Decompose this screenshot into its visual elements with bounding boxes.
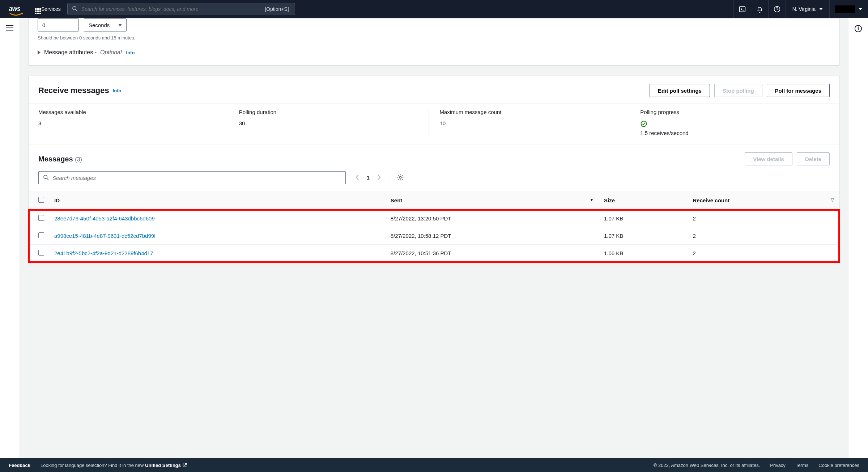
svg-point-10: [400, 176, 401, 178]
check-success-icon: [640, 120, 822, 128]
account-name-redacted: [835, 5, 855, 13]
footer-lang-text: Looking for language selection? Find it …: [41, 463, 144, 468]
table-row: a998ce15-481b-4e87-9631-dc52cd7bd99f8/27…: [29, 227, 839, 245]
pager-current: 1: [367, 175, 370, 181]
receive-messages-panel: Receive messages Info Edit poll settings…: [29, 76, 839, 262]
stat-label: Maximum message count: [440, 109, 622, 115]
col-size[interactable]: Size: [599, 191, 688, 210]
stat-value: 30: [239, 120, 421, 126]
receive-buttons: Edit poll settings Stop polling Poll for…: [650, 84, 830, 97]
receive-stats: Messages available 3 Polling duration 30…: [29, 104, 839, 144]
stop-polling-button: Stop polling: [714, 84, 762, 97]
footer: Feedback Looking for language selection?…: [0, 458, 868, 472]
delay-hint: Should be between 0 seconds and 15 minut…: [38, 35, 830, 41]
content-area: 0 Seconds Should be between 0 seconds an…: [20, 18, 848, 458]
expander-info-link[interactable]: Info: [126, 50, 135, 55]
feedback-link[interactable]: Feedback: [9, 463, 30, 468]
sort-desc-icon: ▼: [590, 197, 594, 202]
message-sent: 8/27/2022, 10:58:12 PDT: [386, 227, 599, 245]
svg-line-9: [47, 178, 48, 180]
stat-value: 1.5 receives/second: [640, 130, 822, 136]
stat-label: Polling progress: [640, 109, 822, 115]
delete-button: Delete: [797, 152, 830, 165]
pager-next-icon: [377, 174, 381, 182]
expander-optional: Optional: [100, 49, 122, 56]
region-selector[interactable]: N. Virginia: [786, 0, 829, 18]
external-link-icon: [182, 463, 187, 468]
main-view: 0 Seconds Should be between 0 seconds an…: [0, 18, 868, 458]
col-sent[interactable]: Sent▼: [386, 191, 599, 210]
footer-terms-link[interactable]: Terms: [796, 463, 808, 468]
stat-value: 3: [38, 120, 221, 126]
row-checkbox[interactable]: [38, 232, 44, 238]
stat-value: 10: [440, 120, 622, 126]
messages-search-input[interactable]: [52, 175, 341, 181]
poll-for-messages-button[interactable]: Poll for messages: [767, 84, 830, 97]
notifications-icon[interactable]: [751, 0, 768, 18]
row-checkbox[interactable]: [38, 250, 44, 256]
search-icon: [72, 6, 78, 13]
message-size: 1.07 KB: [599, 210, 688, 227]
unified-settings-label: Unified Settings: [145, 463, 181, 468]
info-panel-toggle-icon[interactable]: [854, 25, 862, 34]
top-nav: aws Services [Option+S] N. Virginia: [0, 0, 868, 18]
message-recv-count: 2: [688, 210, 839, 227]
svg-point-8: [44, 175, 47, 178]
caret-down-icon: [819, 8, 823, 10]
unified-settings-link[interactable]: Unified Settings: [145, 463, 187, 468]
message-id-link[interactable]: 2e41b9f2-5bc2-4f2a-9d21-d2289f6b4d17: [54, 250, 153, 256]
aws-logo[interactable]: aws: [4, 4, 28, 14]
footer-cookies-link[interactable]: Cookie preferences: [818, 463, 859, 468]
messages-title-text: Messages: [38, 155, 73, 163]
message-id-link[interactable]: 28ee7d76-450f-4d53-a2f4-643dbbc6d609: [54, 215, 155, 222]
row-checkbox[interactable]: [38, 215, 44, 221]
services-label[interactable]: Services: [41, 6, 61, 12]
sort-icon: ▽: [831, 197, 834, 202]
table-row: 28ee7d76-450f-4d53-a2f4-643dbbc6d6098/27…: [29, 210, 839, 227]
settings-gear-icon[interactable]: [397, 174, 404, 182]
region-label: N. Virginia: [792, 6, 816, 12]
receive-title-text: Receive messages: [38, 86, 109, 95]
stat-messages-available: Messages available 3: [38, 109, 228, 136]
stat-max-message-count: Maximum message count 10: [429, 109, 629, 136]
message-attributes-expander[interactable]: Message attributes - Optional Info: [38, 49, 830, 56]
right-rail: [848, 18, 868, 458]
message-recv-count: 2: [688, 245, 839, 262]
col-id[interactable]: ID: [49, 191, 386, 210]
caret-down-icon: [859, 8, 862, 10]
footer-lang-tip: Looking for language selection? Find it …: [41, 463, 187, 468]
stat-label: Polling duration: [239, 109, 421, 115]
search-input[interactable]: [81, 6, 263, 12]
stat-label: Messages available: [38, 109, 221, 115]
message-size: 1.07 KB: [599, 227, 688, 245]
search-shortcut: [Option+S]: [263, 6, 290, 12]
select-all-checkbox[interactable]: [38, 197, 44, 203]
global-search[interactable]: [Option+S]: [67, 3, 295, 15]
delay-number-input[interactable]: 0: [38, 18, 79, 31]
menu-toggle-icon[interactable]: [6, 25, 14, 32]
delay-unit-select[interactable]: Seconds: [84, 18, 127, 31]
caret-right-icon: [38, 50, 41, 55]
col-sent-label: Sent: [391, 197, 403, 203]
delay-unit-value: Seconds: [89, 22, 110, 28]
col-receive-count[interactable]: Receive count▽: [688, 191, 839, 210]
receive-info-link[interactable]: Info: [113, 88, 122, 93]
help-icon[interactable]: [768, 0, 786, 18]
message-size: 1.06 KB: [599, 245, 688, 262]
footer-copyright: © 2022, Amazon Web Services, Inc. or its…: [654, 463, 760, 468]
footer-privacy-link[interactable]: Privacy: [770, 463, 786, 468]
view-details-button: View details: [745, 152, 792, 165]
message-id-link[interactable]: a998ce15-481b-4e87-9631-dc52cd7bd99f: [54, 233, 156, 239]
search-icon: [43, 174, 49, 181]
account-menu[interactable]: [829, 0, 864, 18]
cloudshell-icon[interactable]: [733, 0, 751, 18]
edit-poll-settings-button[interactable]: Edit poll settings: [650, 84, 710, 97]
message-sent: 8/27/2022, 10:51:36 PDT: [386, 245, 599, 262]
svg-line-1: [76, 9, 77, 11]
pager-prev-icon: [355, 174, 359, 182]
services-grid-icon[interactable]: [33, 6, 39, 12]
messages-search[interactable]: [38, 171, 346, 184]
chevron-down-icon: [118, 24, 122, 26]
aws-smile-icon: [9, 11, 23, 14]
receive-header: Receive messages Info Edit poll settings…: [29, 76, 839, 104]
